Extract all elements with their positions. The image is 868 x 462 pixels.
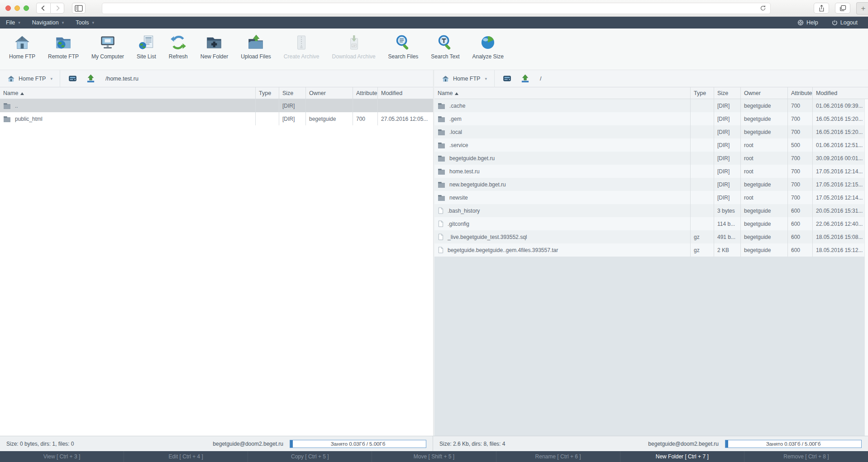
new-folder-button[interactable]: New Folder: [194, 32, 234, 61]
folder-row[interactable]: .gem[DIR]begetguide70016.05.2016 15:20..…: [434, 112, 868, 125]
fn-copy-button[interactable]: Copy [ Ctrl + 5 ]: [248, 451, 372, 462]
column-header-modified[interactable]: Modified: [377, 87, 433, 99]
attribute-text: 700: [791, 116, 800, 122]
tab-overview-button[interactable]: [835, 3, 850, 14]
new-tab-button[interactable]: +: [856, 2, 868, 14]
column-label: Modified: [381, 90, 402, 96]
fn-edit-button[interactable]: Edit [ Ctrl + 4 ]: [124, 451, 248, 462]
modified-text: 20.05.2016 15:31...: [816, 208, 863, 214]
sidebar-toggle-button[interactable]: [72, 3, 86, 14]
cell-modified: 17.05.2016 12:15...: [812, 178, 868, 191]
file-row[interactable]: _live.begetguide_test.393552.sqlgz491 b.…: [434, 230, 868, 243]
cell-modified: 27.05.2016 12:05...: [377, 112, 433, 125]
left-up-level-button[interactable]: [85, 72, 97, 85]
cell-name: begetguide.bget.ru: [434, 152, 690, 165]
fn-remove-button[interactable]: Remove [ Ctrl + 8 ]: [744, 451, 868, 462]
toolbar-item-label: Search Text: [431, 53, 459, 60]
fn-view-button[interactable]: View [ Ctrl + 3 ]: [0, 451, 124, 462]
left-path[interactable]: /home.test.ru: [105, 76, 138, 82]
zoom-window-button[interactable]: [24, 5, 29, 11]
refresh-button[interactable]: Refresh: [162, 32, 194, 61]
size-text: 3 bytes: [717, 208, 735, 214]
file-row[interactable]: .gitconfig114 b...begetguide60022.06.201…: [434, 217, 868, 230]
cell-modified: 20.05.2016 15:31...: [812, 204, 868, 217]
home-ftp-button[interactable]: Home FTP: [3, 32, 42, 61]
cell-type: [690, 99, 714, 112]
menu-label: Tools: [76, 19, 89, 26]
folder-row[interactable]: newsite[DIR]root70017.05.2016 12:14...: [434, 191, 868, 204]
folder-row[interactable]: home.test.ru[DIR]root70017.05.2016 12:14…: [434, 165, 868, 178]
cell-size: [DIR]: [714, 191, 740, 204]
site-list-button[interactable]: Site List: [130, 32, 162, 61]
minimize-window-button[interactable]: [14, 5, 20, 11]
column-header-attribute[interactable]: Attribute: [787, 87, 812, 99]
folder-row[interactable]: public_html[DIR]begetguide70027.05.2016 …: [0, 112, 433, 125]
owner-text: begetguide: [744, 103, 771, 109]
folder-row[interactable]: begetguide.bget.ru[DIR]root70030.09.2016…: [434, 152, 868, 165]
reload-icon: [760, 5, 766, 11]
cell-size: [DIR]: [714, 138, 740, 152]
analyze-size-button[interactable]: Analyze Size: [466, 32, 510, 61]
folder-icon: [438, 168, 445, 175]
folder-icon: [438, 142, 445, 148]
close-window-button[interactable]: [5, 5, 11, 11]
menu-file[interactable]: File▾: [0, 17, 26, 29]
folder-row[interactable]: ..[DIR]: [0, 99, 433, 112]
right-selection-summary: Size: 2.6 Kb, dirs: 8, files: 4: [439, 441, 505, 447]
column-header-size[interactable]: Size: [279, 87, 305, 99]
remote-ftp-button[interactable]: Remote FTP: [42, 32, 85, 61]
search-files-button[interactable]: Search Files: [382, 32, 425, 61]
folder-row[interactable]: .local[DIR]begetguide70016.05.2016 15:20…: [434, 125, 868, 138]
folder-row[interactable]: .cache[DIR]begetguide70001.06.2016 09:39…: [434, 99, 868, 112]
size-text: 2 KB: [717, 247, 729, 253]
right-disk-info-button[interactable]: [501, 72, 514, 85]
size-text: 491 b...: [717, 234, 735, 240]
address-bar[interactable]: [102, 3, 771, 14]
name-text: .service: [449, 142, 468, 148]
search-text-button[interactable]: Search Text: [424, 32, 466, 61]
right-path[interactable]: /: [540, 76, 541, 82]
scrollbar-track[interactable]: [864, 99, 868, 436]
column-header-name[interactable]: Name: [434, 87, 690, 99]
up-level-icon: [86, 74, 95, 83]
right-source-dropdown[interactable]: Home FTP ▾: [438, 70, 491, 87]
right-up-level-button[interactable]: [519, 72, 532, 85]
help-button[interactable]: Help: [792, 19, 824, 26]
column-header-name[interactable]: Name: [0, 87, 255, 99]
share-icon: [818, 5, 825, 12]
column-header-attribute[interactable]: Attribute: [353, 87, 377, 99]
column-header-owner[interactable]: Owner: [740, 87, 787, 99]
folder-row[interactable]: new.begetguide.bget.ru[DIR]begetguide700…: [434, 178, 868, 191]
my-computer-button[interactable]: My Computer: [85, 32, 130, 61]
cell-attribute: 600: [787, 243, 812, 257]
fn-move-button[interactable]: Move [ Shift + 5 ]: [372, 451, 496, 462]
reload-button[interactable]: [759, 5, 767, 12]
upload-files-button[interactable]: Upload Files: [234, 32, 277, 61]
fn-rename-button[interactable]: Rename [ Ctrl + 6 ]: [496, 451, 620, 462]
column-header-type[interactable]: Type: [255, 87, 279, 99]
size-text: [DIR]: [717, 142, 730, 148]
back-button[interactable]: [36, 3, 50, 14]
share-button[interactable]: [814, 3, 829, 14]
file-row[interactable]: .bash_history3 bytesbegetguide60020.05.2…: [434, 204, 868, 217]
column-label: Size: [717, 90, 728, 96]
menu-navigation[interactable]: Navigation▾: [26, 17, 70, 29]
column-header-type[interactable]: Type: [690, 87, 714, 99]
cell-name: newsite: [434, 191, 690, 204]
menu-tools[interactable]: Tools▾: [70, 17, 100, 29]
forward-button[interactable]: [50, 3, 64, 14]
logout-button[interactable]: Logout: [826, 19, 863, 26]
column-header-size[interactable]: Size: [714, 87, 740, 99]
name-text: home.test.ru: [449, 168, 480, 175]
file-row[interactable]: begetguide.begetguide..gem.4files.393557…: [434, 243, 868, 257]
left-source-dropdown[interactable]: Home FTP ▾: [4, 70, 56, 87]
left-table-header: NameTypeSizeOwnerAttributeModified: [0, 87, 433, 99]
owner-text: begetguide: [744, 208, 771, 214]
toolbar-item-label: New Folder: [200, 53, 228, 60]
column-header-owner[interactable]: Owner: [305, 87, 353, 99]
left-disk-info-button[interactable]: [67, 72, 79, 85]
folder-row[interactable]: .service[DIR]root50001.06.2016 12:51...: [434, 138, 868, 152]
column-header-modified[interactable]: Modified: [812, 87, 868, 99]
fn-new-folder-button[interactable]: New Folder [ Ctrl + 7 ]: [620, 451, 744, 462]
owner-text: root: [744, 195, 754, 201]
